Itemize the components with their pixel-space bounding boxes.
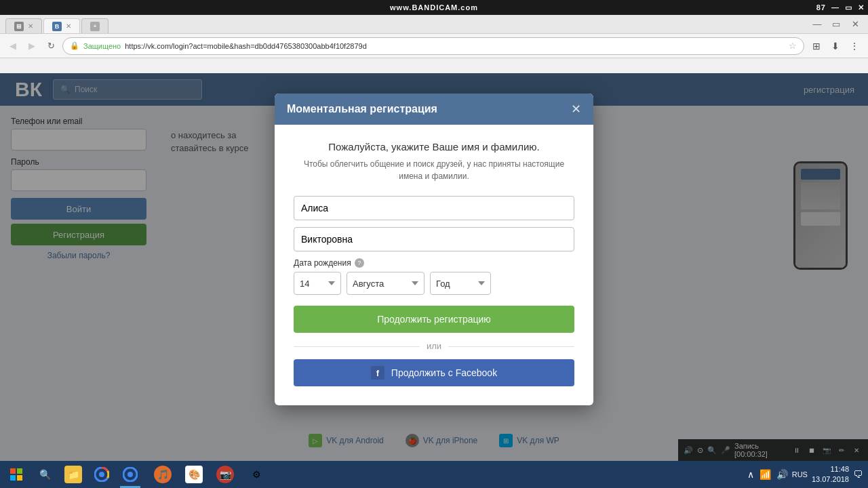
dob-day-select[interactable]: 14 123 456 789 101112 131516 171819 2021… [294, 272, 341, 295]
modal-title: Моментальная регистрация [287, 103, 437, 115]
taskbar-search-button[interactable]: 🔍 [33, 461, 57, 488]
file-explorer-icon: 📁 [64, 466, 82, 483]
taskbar-app-photos[interactable]: 📷 [212, 461, 239, 488]
chrome-icon [93, 466, 111, 483]
tab-favicon-1: ⊞ [14, 22, 24, 31]
bandicam-watermark: www.BANDICAM.com [390, 3, 478, 12]
facebook-continue-button[interactable]: f Продолжить с Facebook [294, 359, 574, 386]
last-name-input[interactable] [294, 227, 574, 251]
taskbar-time: 11:48 [812, 464, 849, 474]
tab-favicon-3: + [90, 22, 100, 31]
tab-favicon-2: В [52, 22, 62, 31]
start-button[interactable] [0, 461, 33, 488]
tab-close-2[interactable]: ✕ [66, 22, 71, 30]
taskbar-pinned-apps: 🎵 🎨 📷 ⚙ [146, 461, 270, 488]
svg-rect-2 [17, 468, 22, 474]
facebook-btn-label: Продолжить с Facebook [391, 367, 497, 378]
bandicam-minimize[interactable]: — [831, 3, 840, 12]
taskbar-app-music[interactable]: 🎵 [149, 461, 176, 488]
window-close[interactable]: ✕ [848, 17, 863, 32]
dob-row: 14 123 456 789 101112 131516 171819 2021… [294, 272, 574, 295]
download-icon[interactable]: ⬇ [827, 38, 844, 54]
svg-rect-4 [17, 475, 22, 481]
taskbar-system-icons: ∧ 📶 🔊 [747, 469, 788, 480]
dob-section: Дата рождения ? 14 123 456 789 101112 13… [294, 258, 574, 295]
first-name-input[interactable] [294, 196, 574, 220]
back-button[interactable]: ◀ [5, 39, 20, 54]
registration-modal: Моментальная регистрация ✕ Пожалуйста, у… [275, 94, 593, 405]
extensions-button[interactable]: ⊞ [808, 38, 825, 54]
browser-window: ⊞ ✕ В ✕ + — ▭ ✕ ◀ ▶ ↻ 🔒 Защищено https:/… [0, 15, 868, 488]
bandicam-bar: www.BANDICAM.com 87 — ▭ ✕ [0, 0, 868, 15]
taskbar-icons: 📁 [57, 461, 146, 488]
svg-rect-1 [10, 468, 16, 474]
browser-navbar: ◀ ▶ ↻ 🔒 Защищено https://vk.com/login?ac… [0, 34, 868, 58]
taskbar-app-chrome[interactable] [88, 461, 115, 488]
taskbar-right: ∧ 📶 🔊 RUS 11:48 13.07.2018 🗨 [747, 464, 868, 485]
taskbar: 🔍 📁 🎵 [0, 461, 868, 488]
ssl-lock-icon: 🔒 [70, 41, 79, 50]
url-display[interactable]: https://vk.com/login?act=mobile&hash=db0… [125, 42, 785, 50]
taskbar-app-chrome2[interactable] [117, 461, 144, 488]
taskbar-clock[interactable]: 11:48 13.07.2018 [812, 464, 849, 485]
secure-label: Защищено [83, 42, 121, 50]
taskbar-app-paint[interactable]: 🎨 [180, 461, 208, 488]
language-indicator[interactable]: RUS [792, 470, 808, 479]
browser-titlebar: ⊞ ✕ В ✕ + — ▭ ✕ [0, 15, 868, 34]
taskbar-date: 13.07.2018 [812, 474, 849, 485]
music-icon: 🎵 [154, 466, 172, 483]
svg-point-8 [127, 472, 133, 477]
svg-point-6 [99, 472, 104, 477]
bandicam-close[interactable]: ✕ [858, 3, 865, 12]
svg-rect-3 [10, 475, 16, 481]
bookmark-icon[interactable]: ☆ [789, 41, 797, 51]
forward-button[interactable]: ▶ [24, 39, 39, 54]
divider-or: или [294, 341, 574, 351]
chrome2-icon [121, 466, 139, 483]
address-bar[interactable]: 🔒 Защищено https://vk.com/login?act=mobi… [62, 37, 804, 55]
navbar-right-buttons: ⊞ ⬇ ⋮ [808, 38, 863, 54]
dob-year-select[interactable]: Год 20001999 19981997 19961995 19901985 … [430, 272, 491, 295]
modal-header: Моментальная регистрация ✕ [275, 94, 593, 125]
browser-tab-3[interactable]: + [81, 18, 108, 33]
dob-month-select[interactable]: Августа ЯнваряФевраля МартаАпреля МаяИюн… [347, 272, 425, 295]
taskbar-app-file-explorer[interactable]: 📁 [60, 461, 87, 488]
tab-area: ⊞ ✕ В ✕ + [5, 15, 108, 33]
modal-heading: Пожалуйста, укажите Ваше имя и фамилию. [294, 141, 574, 152]
bandicam-restore[interactable]: ▭ [845, 3, 852, 12]
modal-subtext: Чтобы облегчить общение и поиск друзей, … [294, 158, 574, 182]
taskbar-language: RUS [792, 470, 808, 479]
taskbar-chevron[interactable]: ∧ [747, 469, 754, 480]
dob-label-text: Дата рождения [294, 258, 351, 268]
or-text: или [420, 341, 448, 351]
window-minimize[interactable]: — [810, 17, 825, 32]
taskbar-notification[interactable]: 🗨 [853, 469, 863, 480]
browser-menu[interactable]: ⋮ [846, 38, 863, 54]
paint-icon: 🎨 [185, 466, 203, 483]
dob-label: Дата рождения ? [294, 258, 574, 268]
browser-tab-2[interactable]: В ✕ [43, 18, 80, 33]
dob-help-icon[interactable]: ? [355, 258, 364, 268]
modal-close-button[interactable]: ✕ [571, 103, 581, 115]
continue-registration-button[interactable]: Продолжить регистрацию [294, 306, 574, 333]
taskbar-sound[interactable]: 🔊 [776, 469, 788, 480]
bandicam-controls: 87 — ▭ ✕ [816, 3, 865, 12]
facebook-icon: f [371, 366, 384, 380]
bandicam-counter: 87 [816, 3, 826, 12]
taskbar-app-settings[interactable]: ⚙ [243, 461, 270, 488]
tab-close-1[interactable]: ✕ [28, 22, 33, 30]
modal-body: Пожалуйста, укажите Ваше имя и фамилию. … [275, 125, 593, 405]
browser-tab-1[interactable]: ⊞ ✕ [5, 18, 42, 33]
taskbar-network[interactable]: 📶 [760, 469, 771, 480]
refresh-button[interactable]: ↻ [43, 39, 58, 54]
photos-icon: 📷 [216, 466, 234, 483]
vk-page: ВК 🔍 Поиск регистрация Телефон или email… [0, 73, 868, 488]
settings-icon: ⚙ [248, 466, 265, 483]
window-restore[interactable]: ▭ [829, 17, 844, 32]
